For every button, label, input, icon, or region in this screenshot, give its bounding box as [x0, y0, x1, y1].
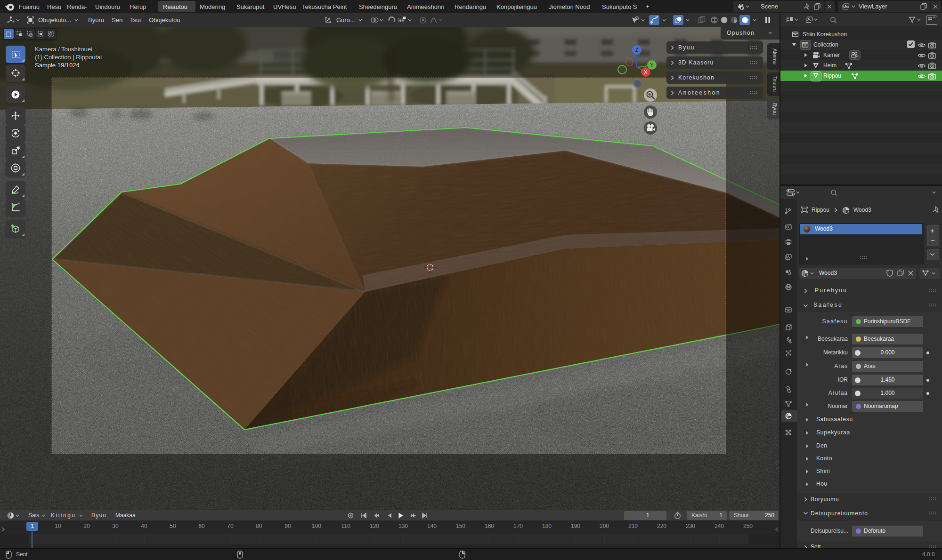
svg-text:Z: Z — [635, 47, 639, 53]
svg-text:Y: Y — [650, 62, 654, 68]
svg-text:X: X — [644, 69, 648, 75]
